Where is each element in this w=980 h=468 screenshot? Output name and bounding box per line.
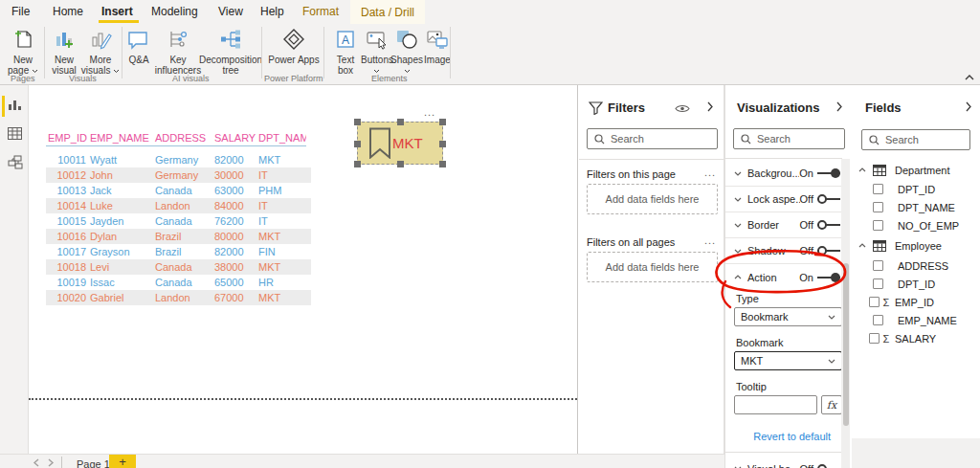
resize-handle[interactable] [354,119,361,125]
background-toggle[interactable] [817,167,840,179]
shadow-toggle[interactable] [817,245,840,256]
field-row[interactable]: ADDRESS [852,256,980,275]
image-button[interactable]: Image [422,27,453,65]
fields-search[interactable] [861,129,970,150]
card-action[interactable]: Action On [725,264,842,290]
text-box-button[interactable]: A Text box [331,27,360,76]
sigma-icon: Σ [880,297,893,308]
action-type-dropdown[interactable]: Bookmark [734,307,842,326]
visual-more-options[interactable]: ... [424,106,435,118]
field-checkbox[interactable] [873,279,883,289]
bookmark-button-visual[interactable]: MKT [357,122,443,165]
field-checkbox[interactable] [873,202,883,212]
resize-handle[interactable] [397,161,404,167]
key-influencers-button[interactable]: Key influencers [155,27,201,76]
column-header: EMP_NAME [88,130,153,146]
visualizations-search[interactable] [733,128,845,149]
field-row[interactable]: DPT_ID [852,275,980,293]
resize-handle[interactable] [354,141,361,147]
action-bookmark-dropdown[interactable]: MKT [734,351,842,370]
cell: 10012 [46,167,88,183]
action-toggle[interactable] [817,272,840,283]
decomposition-tree-button[interactable]: Decomposition tree [201,27,260,76]
power-apps-button[interactable]: Power Apps [266,27,322,65]
filters-search[interactable] [587,128,718,149]
card-background[interactable]: Backgrou... On [725,161,842,187]
card-visual-header[interactable]: Visual he... Off [725,456,842,468]
buttons-button[interactable]: Buttons [361,27,393,76]
tab-insert[interactable]: Insert [101,5,133,18]
eye-icon[interactable] [675,103,690,114]
filters-search-input[interactable] [611,133,710,145]
data-view-icon[interactable] [8,127,22,140]
field-checkbox[interactable] [873,260,883,271]
key-influencers-label: Key influencers [155,55,201,76]
field-checkbox[interactable] [869,297,880,307]
collapse-pane-icon[interactable] [706,100,714,113]
tooltip-input[interactable] [735,396,816,413]
tab-view[interactable]: View [218,5,243,18]
field-checkbox[interactable] [873,184,883,194]
tab-help[interactable]: Help [260,5,284,18]
table-visual[interactable]: EMP_ID EMP_NAME ADDRESS SALARY DPT_NAME … [46,130,311,305]
field-row[interactable]: DPT_ID [852,180,980,198]
tab-data-drill[interactable]: Data / Drill [350,0,425,24]
add-page-button[interactable]: + [109,455,136,468]
fields-search-input[interactable] [885,134,963,145]
resize-handle[interactable] [439,161,446,167]
qa-button[interactable]: Q&A [124,27,153,65]
group-label-visuals: Visuals [69,74,97,83]
border-toggle[interactable] [817,219,840,231]
field-row[interactable]: DPT_NAME [852,198,980,216]
prev-page-icon[interactable] [33,458,41,467]
field-row[interactable]: EMP_NAME [852,311,980,329]
field-checkbox[interactable] [873,220,883,231]
collapse-pane-icon[interactable] [835,100,843,113]
resize-handle[interactable] [439,141,446,147]
shapes-button[interactable]: Shapes [392,27,421,76]
card-border[interactable]: Border Off [725,212,842,238]
section-more-options[interactable]: ... [704,234,716,246]
cell: Canada [153,259,212,275]
tab-format[interactable]: Format [302,5,339,18]
card-shadow[interactable]: Shadow Off [725,238,842,264]
model-view-icon[interactable] [8,155,23,169]
field-row[interactable]: NO_Of_EMP [852,216,980,234]
resize-handle[interactable] [439,119,446,125]
page-tab[interactable]: Page 1 [77,458,110,468]
new-page-button[interactable]: New page [4,27,42,76]
tab-file[interactable]: File [11,5,30,18]
report-canvas[interactable]: EMP_ID EMP_NAME ADDRESS SALARY DPT_NAME … [29,85,578,454]
filter-drop-area[interactable]: Add data fields here [587,252,718,282]
revert-to-default-link[interactable]: Revert to default [753,431,831,442]
chevron-down-icon [734,249,742,254]
visualizations-search-input[interactable] [757,133,837,145]
lock-aspect-toggle[interactable] [817,193,840,205]
section-more-options[interactable]: ... [704,167,716,178]
collapse-pane-icon[interactable] [965,100,972,113]
field-checkbox[interactable] [873,315,883,325]
resize-handle[interactable] [354,161,361,167]
report-view-icon[interactable] [8,98,22,112]
table-group-department[interactable]: Department [852,161,980,179]
table-row: 10014LukeLandon84000IT [46,198,311,213]
visual-header-toggle[interactable] [817,463,840,468]
table-group-employee[interactable]: Employee [852,236,980,255]
fx-button[interactable]: fx [821,395,842,414]
more-visuals-button[interactable]: More visuals [80,27,121,76]
field-row[interactable]: Σ EMP_ID [852,293,980,311]
buttons-icon [365,27,390,52]
new-visual-button[interactable]: New visual [48,27,80,76]
bookmark-icon [368,127,391,159]
resize-handle[interactable] [397,119,404,125]
table-row: 10011WyattGermany82000MKT [46,152,311,167]
collapse-ribbon-icon[interactable] [965,75,974,80]
tab-modeling[interactable]: Modeling [151,5,198,18]
field-checkbox[interactable] [869,333,880,344]
tab-home[interactable]: Home [53,5,83,18]
filter-drop-area[interactable]: Add data fields here [587,184,718,214]
field-row[interactable]: Σ SALARY [852,329,980,347]
pane-scrollbar-thumb[interactable] [843,263,849,426]
next-page-icon[interactable] [46,458,55,467]
card-lock-aspect[interactable]: Lock aspe... Off [725,187,842,212]
